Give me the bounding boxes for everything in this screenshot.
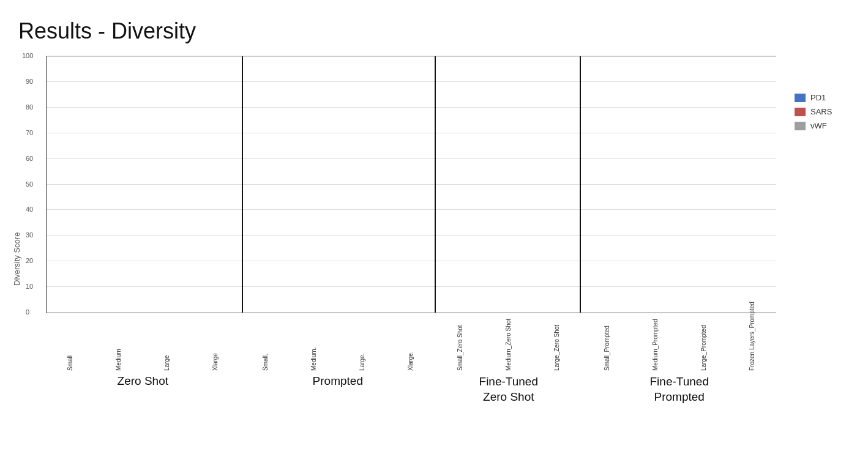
x-label-ftzs-medium: Medium_Zero Shot: [505, 316, 512, 371]
legend-item-pd1: PD1: [795, 93, 850, 102]
page: Results - Diversity Diversity Score: [0, 0, 868, 468]
x-label-ftp-medium: Medium_Prompted: [652, 316, 659, 371]
x-label-ftp-small: Small_Prompted: [604, 316, 610, 371]
legend-item-vwf: vWF: [795, 121, 850, 130]
x-label-p-xlarge: Xlarge.: [407, 316, 414, 371]
x-label-medium: Medium: [115, 316, 122, 371]
section-label-prompted: Prompted: [241, 374, 435, 404]
x-label-large: Large: [163, 316, 170, 371]
legend-item-sars: SARS: [795, 107, 850, 116]
legend-label-vwf: vWF: [810, 121, 827, 130]
section-label-ftprompted: Fine-TunedPrompted: [582, 374, 776, 404]
legend-label-sars: SARS: [810, 107, 832, 116]
x-label-xlarge: Xlarge: [212, 316, 219, 371]
x-label-ftzs-large: Large_Zero Shot: [553, 316, 560, 371]
x-label-p-large: Large.: [359, 316, 365, 371]
x-label-p-medium: Medium.: [310, 316, 317, 371]
y-axis-label: Diversity Score: [12, 56, 21, 462]
legend-color-sars: [795, 108, 806, 116]
chart-area: Diversity Score 0: [12, 56, 856, 462]
page-title: Results - Diversity: [18, 18, 856, 44]
x-label-ftp-frozen: Frozen Layers_Prompted: [749, 316, 755, 371]
chart-with-legend: 0 10 20 30: [24, 56, 856, 462]
x-label-p-small: Small.: [262, 316, 269, 371]
section-label-ftzeroshot: Fine-TunedZero Shot: [436, 374, 581, 404]
x-label-small: Small: [67, 316, 73, 371]
legend-color-vwf: [795, 122, 806, 130]
legend-label-pd1: PD1: [810, 93, 826, 102]
section-label-zeroshot: Zero Shot: [46, 374, 240, 404]
x-label-ftzs-small: Small_Zero Shot: [457, 316, 463, 371]
legend-color-pd1: [795, 94, 806, 102]
chart-legend: PD1 SARS vWF: [782, 56, 856, 462]
x-label-ftp-large: Large_Prompted: [700, 316, 707, 371]
